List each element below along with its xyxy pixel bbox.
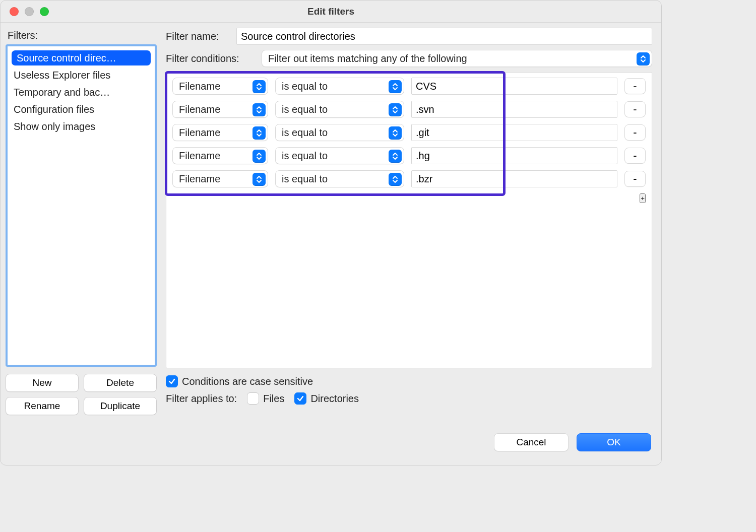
remove-condition-button[interactable]: - [624,124,646,141]
chevron-updown-icon [253,150,266,163]
window-close-button[interactable] [10,7,19,16]
filter-item-configuration[interactable]: Configuration files [8,101,155,118]
chevron-updown-icon [637,52,650,65]
condition-op-select[interactable]: is equal to [275,170,404,187]
filters-label: Filters: [6,28,157,44]
filter-name-input[interactable] [236,28,652,45]
applies-to-directories-label: Directories [310,393,359,405]
window-minimize-button[interactable] [25,7,34,16]
applies-to-files-checkbox[interactable] [247,392,259,405]
duplicate-button[interactable]: Duplicate [84,397,157,415]
condition-value-input[interactable] [411,147,617,164]
condition-attr-select[interactable]: Filename [172,78,268,95]
condition-op-select[interactable]: is equal to [275,78,404,95]
condition-value-input[interactable] [411,78,617,95]
traffic-lights [10,7,49,16]
filters-sidebar: Filters: Source control direc… Useless E… [1,23,162,423]
window-zoom-button[interactable] [40,7,49,16]
chevron-updown-icon [389,80,402,93]
chevron-updown-icon [389,173,402,186]
filter-item-temporary[interactable]: Temporary and bac… [8,84,155,101]
chevron-updown-icon [389,103,402,116]
condition-op-select[interactable]: is equal to [275,147,404,164]
remove-condition-button[interactable]: - [624,148,646,164]
condition-op-select[interactable]: is equal to [275,124,404,141]
condition-row: Filename is equal to - [172,78,646,95]
applies-to-label: Filter applies to: [166,393,237,405]
condition-op-select[interactable]: is equal to [275,101,404,118]
filter-conditions-value: Filter out items matching any of the fol… [268,53,467,64]
case-sensitive-checkbox[interactable] [166,375,178,387]
condition-value-input[interactable] [411,101,617,118]
filter-item-source-control[interactable]: Source control direc… [12,50,151,65]
case-sensitive-label: Conditions are case sensitive [182,376,313,387]
filter-item-images[interactable]: Show only images [8,118,155,135]
condition-attr-select[interactable]: Filename [172,101,268,118]
remove-condition-button[interactable]: - [624,78,646,94]
titlebar: Edit filters [1,1,661,23]
filter-conditions-select[interactable]: Filter out items matching any of the fol… [262,50,652,67]
condition-row: Filename is equal to - [172,101,646,118]
delete-button[interactable]: Delete [84,374,157,392]
ok-button[interactable]: OK [577,433,651,451]
filter-item-useless-explorer[interactable]: Useless Explorer files [8,66,155,84]
chevron-updown-icon [253,103,266,116]
filter-conditions-label: Filter conditions: [166,53,262,64]
window-title: Edit filters [1,6,661,17]
condition-attr-select[interactable]: Filename [172,147,268,164]
rename-button[interactable]: Rename [6,397,79,415]
applies-to-directories-checkbox[interactable] [294,392,306,405]
chevron-updown-icon [253,126,266,140]
chevron-updown-icon [253,173,266,186]
add-condition-button[interactable]: + [640,193,646,203]
condition-row: Filename is equal to - [172,170,646,187]
condition-row: Filename is equal to - [172,147,646,164]
filter-name-label: Filter name: [166,31,236,42]
condition-value-input[interactable] [411,124,617,141]
cancel-button[interactable]: Cancel [494,433,569,451]
chevron-updown-icon [389,150,402,163]
chevron-updown-icon [389,126,402,140]
remove-condition-button[interactable]: - [624,101,646,117]
condition-attr-select[interactable]: Filename [172,124,268,141]
new-button[interactable]: New [6,374,79,392]
chevron-updown-icon [253,80,266,93]
condition-attr-select[interactable]: Filename [172,170,268,187]
condition-row: Filename is equal to - [172,124,646,141]
remove-condition-button[interactable]: - [624,171,646,187]
conditions-panel: Filename is equal to - Filename is equal… [166,72,652,368]
main-panel: Filter name: Filter conditions: Filter o… [162,23,661,423]
condition-value-input[interactable] [411,170,617,187]
filters-list[interactable]: Source control direc… Useless Explorer f… [6,44,157,367]
applies-to-files-label: Files [263,393,284,405]
